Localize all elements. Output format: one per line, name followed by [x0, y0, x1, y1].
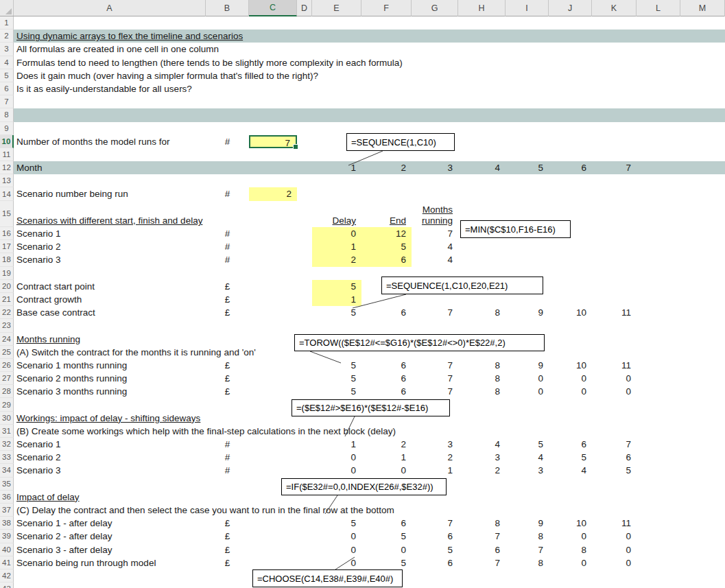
cell-E38[interactable]: 5 — [312, 517, 361, 530]
cell-G40[interactable]: 5 — [412, 543, 458, 556]
cell-H26[interactable]: 8 — [458, 359, 506, 372]
row-header-23[interactable]: 23 — [0, 319, 14, 332]
cell-J28[interactable]: 0 — [549, 385, 592, 398]
cell-A33[interactable]: Scenario 2 — [14, 451, 206, 464]
cell-G34[interactable]: 1 — [412, 464, 458, 477]
cell-A38[interactable]: Scenario 1 - after delay — [14, 517, 206, 530]
column-header-K[interactable]: K — [592, 0, 637, 16]
cell-C14[interactable]: 2 — [249, 187, 297, 200]
row-header-30[interactable]: 30 — [0, 412, 14, 425]
cell-B39[interactable]: £ — [206, 530, 249, 543]
cell-A27[interactable]: Scenario 2 months running — [14, 372, 206, 385]
row-header-29[interactable]: 29 — [0, 398, 14, 411]
column-header-J[interactable]: J — [549, 0, 592, 16]
row-header-39[interactable]: 39 — [0, 530, 14, 543]
cell-B38[interactable]: £ — [206, 517, 249, 530]
row-header-24[interactable]: 24 — [0, 333, 14, 346]
cell-H33[interactable]: 3 — [458, 451, 506, 464]
cell-I34[interactable]: 3 — [506, 464, 549, 477]
cell-I40[interactable]: 7 — [506, 543, 549, 556]
row-header-5[interactable]: 5 — [0, 69, 14, 82]
cell-H32[interactable]: 4 — [458, 438, 506, 451]
column-header-F[interactable]: F — [361, 0, 412, 16]
formula-callout-3[interactable]: =SEQUENCE(1,C10,E20,E21) — [381, 277, 543, 294]
row-header-31[interactable]: 31 — [0, 425, 14, 438]
cell-G39[interactable]: 6 — [412, 530, 458, 543]
cell-E28[interactable]: 5 — [312, 385, 361, 398]
cell-G15[interactable]: Months running — [412, 201, 458, 227]
cell-K40[interactable]: 0 — [592, 543, 637, 556]
row-header-36[interactable]: 36 — [0, 491, 14, 504]
cell-J33[interactable]: 5 — [549, 451, 592, 464]
cell-A20[interactable]: Contract start point — [14, 280, 206, 293]
cell-A25[interactable]: (A) Switch the contract for the months i… — [14, 346, 206, 359]
cell-E18[interactable]: 2 — [312, 253, 361, 266]
column-header-E[interactable]: E — [312, 0, 361, 16]
cell-E40[interactable]: 0 — [312, 543, 361, 556]
cell-I12[interactable]: 5 — [506, 161, 549, 174]
row-header-18[interactable]: 18 — [0, 253, 14, 266]
cell-K32[interactable]: 7 — [592, 438, 637, 451]
formula-callout-2[interactable]: =MIN($C$10,F16-E16) — [460, 220, 571, 238]
cell-B26[interactable]: £ — [206, 359, 249, 372]
column-header-C[interactable]: C — [249, 0, 297, 16]
row-header-13[interactable]: 13 — [0, 174, 14, 187]
cell-E39[interactable]: 0 — [312, 530, 361, 543]
cell-F22[interactable]: 6 — [361, 306, 412, 319]
cell-K27[interactable]: 0 — [592, 372, 637, 385]
cell-A26[interactable]: Scenario 1 months running — [14, 359, 206, 372]
row-header-34[interactable]: 34 — [0, 464, 14, 477]
cell-F26[interactable]: 6 — [361, 359, 412, 372]
cell-G41[interactable]: 6 — [412, 556, 458, 569]
cell-A4[interactable]: Formulas tend to need to lengthen (there… — [14, 56, 206, 69]
cell-F17[interactable]: 5 — [361, 240, 412, 253]
cell-H28[interactable]: 8 — [458, 385, 506, 398]
column-header-H[interactable]: H — [458, 0, 506, 16]
column-header-M[interactable]: M — [680, 0, 725, 16]
cell-G28[interactable]: 7 — [412, 385, 458, 398]
cell-K33[interactable]: 6 — [592, 451, 637, 464]
row-header-28[interactable]: 28 — [0, 385, 14, 398]
cell-K41[interactable]: 0 — [592, 556, 637, 569]
cell-F34[interactable]: 0 — [361, 464, 412, 477]
cell-F38[interactable]: 6 — [361, 517, 412, 530]
row-header-40[interactable]: 40 — [0, 543, 14, 556]
cell-G18[interactable]: 4 — [412, 253, 458, 266]
cell-I26[interactable]: 9 — [506, 359, 549, 372]
row-header-42[interactable]: 42 — [0, 569, 14, 583]
cell-E16[interactable]: 0 — [312, 227, 361, 240]
cell-E17[interactable]: 1 — [312, 240, 361, 253]
cell-J38[interactable]: 10 — [549, 517, 592, 530]
row-header-16[interactable]: 16 — [0, 227, 14, 240]
cell-I32[interactable]: 5 — [506, 438, 549, 451]
cell-I28[interactable]: 0 — [506, 385, 549, 398]
cell-B32[interactable]: # — [206, 438, 249, 451]
cell-B34[interactable]: # — [206, 464, 249, 477]
cell-I22[interactable]: 9 — [506, 306, 549, 319]
cell-A39[interactable]: Scenario 2 - after delay — [14, 530, 206, 543]
cell-A40[interactable]: Scenario 3 - after delay — [14, 543, 206, 556]
row-header-25[interactable]: 25 — [0, 346, 14, 359]
cell-B10[interactable]: # — [206, 135, 249, 148]
row-header-26[interactable]: 26 — [0, 359, 14, 372]
cell-A41[interactable]: Scenario being run through model — [14, 556, 206, 569]
cell-H27[interactable]: 8 — [458, 372, 506, 385]
cell-A12[interactable]: Month — [14, 161, 206, 174]
formula-callout-4[interactable]: =TOROW(($E$12#<=$G16)*($E$12#<>0)*E$22#,… — [294, 334, 545, 351]
cell-A34[interactable]: Scenario 3 — [14, 464, 206, 477]
row-header-6[interactable]: 6 — [0, 82, 14, 95]
cell-A28[interactable]: Scenario 3 months running — [14, 385, 206, 398]
cell-E22[interactable]: 5 — [312, 306, 361, 319]
cell-I27[interactable]: 0 — [506, 372, 549, 385]
cell-B33[interactable]: # — [206, 451, 249, 464]
cell-K38[interactable]: 11 — [592, 517, 637, 530]
row-header-37[interactable]: 37 — [0, 504, 14, 517]
cell-J26[interactable]: 10 — [549, 359, 592, 372]
cell-B40[interactable]: £ — [206, 543, 249, 556]
cell-B21[interactable]: £ — [206, 293, 249, 306]
cell-B14[interactable]: # — [206, 187, 249, 200]
cell-E21[interactable]: 1 — [312, 293, 361, 306]
cell-A21[interactable]: Contract growth — [14, 293, 206, 306]
formula-callout-5[interactable]: =($E$12#>$E16)*($E$12#-$E16) — [292, 399, 450, 416]
row-header-20[interactable]: 20 — [0, 280, 14, 293]
